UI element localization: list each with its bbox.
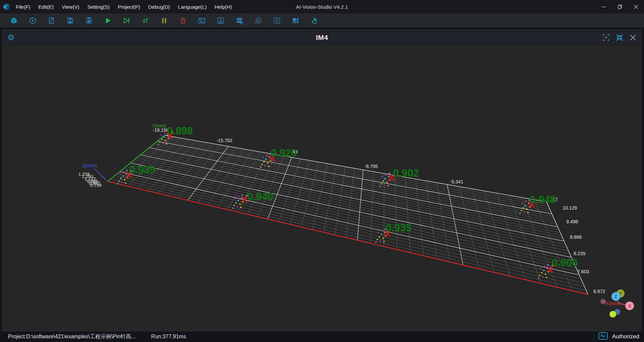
menu-item-debug[interactable]: Debug(D) [145, 3, 173, 11]
new-solution-button[interactable] [4, 14, 23, 26]
detection-dot [386, 182, 388, 183]
menu-item-project[interactable]: Project(P) [115, 3, 143, 11]
grid-line [198, 148, 236, 203]
gizmo-sphere-glyph: X [628, 303, 631, 308]
detection-dot [159, 141, 160, 142]
x-tick-label: 8.866 [570, 234, 582, 240]
history-button[interactable] [267, 14, 286, 26]
detection-dot [519, 213, 521, 214]
x-tick-label: 9.498 [566, 219, 578, 224]
grid-line [163, 136, 547, 204]
export-file-button[interactable] [42, 14, 61, 26]
detection-dot [233, 205, 235, 206]
view-panel-header: ⚙ IM4 [3, 30, 641, 45]
delete-button[interactable] [173, 14, 192, 26]
menu-item-edit[interactable]: Edit(E) [35, 3, 57, 11]
collapse-view-icon[interactable] [615, 33, 624, 42]
measurement-value: 0.948 [530, 194, 555, 206]
detection-dot [261, 164, 263, 165]
detection-dot [389, 173, 390, 174]
fit-view-icon[interactable] [602, 33, 610, 42]
detection-dot [525, 205, 526, 206]
z-axis-label: Z(mm) [82, 163, 97, 168]
export-file-icon [48, 17, 55, 24]
detection-dot [166, 143, 167, 145]
grid-line [335, 167, 345, 235]
layout-grid-button[interactable] [286, 14, 305, 26]
detection-dot [125, 182, 126, 184]
measurement-value: 0.940 [247, 191, 273, 203]
menu-item-language[interactable]: Language(L) [175, 3, 210, 11]
grid-line [122, 170, 578, 272]
minimize-button[interactable] [596, 0, 612, 13]
detection-dot [547, 264, 548, 266]
grid-line [522, 197, 557, 287]
detection-dot [526, 209, 528, 210]
calibration-button[interactable] [211, 14, 230, 26]
y-tick-label: -15.702 [216, 138, 232, 143]
gizmo-sphere[interactable] [600, 299, 606, 304]
detection-dot [124, 179, 125, 180]
menu-item-help[interactable]: Help(H) [212, 3, 235, 11]
detection-dot [264, 165, 266, 166]
grid-line [156, 142, 553, 216]
menu-item-file[interactable]: File(F) [13, 3, 33, 11]
measurement-value: 0.939 [129, 164, 155, 176]
layout-grid-icon [292, 17, 300, 24]
x-tick-label: 7.603 [577, 269, 589, 274]
menu-item-view[interactable]: View(V) [59, 3, 82, 11]
license-status: Authorized [612, 333, 639, 340]
settings-gear-icon[interactable]: ⚙ [7, 34, 15, 42]
grid-line [118, 137, 173, 184]
window-title: AI-Vision-Studio V4.2.1 [296, 4, 348, 10]
detection-dot [541, 272, 542, 273]
detection-dot [238, 196, 239, 197]
detection-dot [235, 202, 237, 204]
hand-tool-button[interactable] [305, 14, 324, 26]
gizmo-sphere[interactable] [609, 311, 616, 318]
x-tick-label: 8.235 [574, 251, 585, 256]
detection-dot [378, 232, 379, 233]
grid-line [124, 168, 576, 268]
menu-item-setting[interactable]: Setting(S) [84, 3, 113, 11]
toolbar [0, 13, 644, 28]
detection-dot [524, 211, 525, 213]
view-panel: ⚙ IM4 -19.156-15.702-8.795-5.34110.1299.… [2, 30, 642, 331]
grid-line [128, 165, 573, 261]
grid-line [132, 161, 570, 254]
grid-major-row [157, 141, 552, 214]
y-axis-label: Y(mm) [152, 123, 166, 128]
run-loop-button[interactable] [136, 14, 155, 26]
save-button[interactable] [61, 14, 79, 26]
pause-button[interactable] [155, 14, 173, 26]
detection-dot [385, 178, 386, 179]
statusbar: Project:D:\software\421\examples\工程示例\Pi… [0, 331, 644, 342]
detection-dot [267, 162, 268, 164]
detection-dot [375, 242, 377, 243]
grid-major-col [188, 147, 228, 201]
add-view-button[interactable] [249, 14, 267, 26]
log-window-button[interactable] [192, 14, 211, 26]
open-solution-button[interactable] [23, 14, 42, 26]
3d-viewport[interactable]: -19.156-15.702-8.795-5.34110.1299.4988.8… [3, 45, 641, 331]
grid-line [301, 162, 318, 227]
server-config-button[interactable] [230, 14, 249, 26]
close-view-icon[interactable] [629, 33, 637, 42]
run-button[interactable] [98, 14, 117, 26]
close-button[interactable] [628, 0, 644, 13]
detection-dot [240, 207, 241, 208]
server-config-icon [235, 17, 243, 24]
run-time: Run:377.91ms [151, 334, 186, 340]
run-once-button[interactable] [117, 14, 136, 26]
save-all-button[interactable] [79, 14, 98, 26]
delete-icon [179, 17, 187, 24]
detection-dot [237, 200, 239, 201]
history-icon [273, 17, 281, 24]
detection-dot [377, 239, 378, 240]
detection-dot [263, 161, 265, 162]
detection-dot [236, 206, 238, 208]
detection-dot [165, 140, 166, 141]
detection-dot [383, 241, 385, 242]
measurement-value: 0.902 [393, 167, 419, 179]
restore-button[interactable] [612, 0, 628, 13]
